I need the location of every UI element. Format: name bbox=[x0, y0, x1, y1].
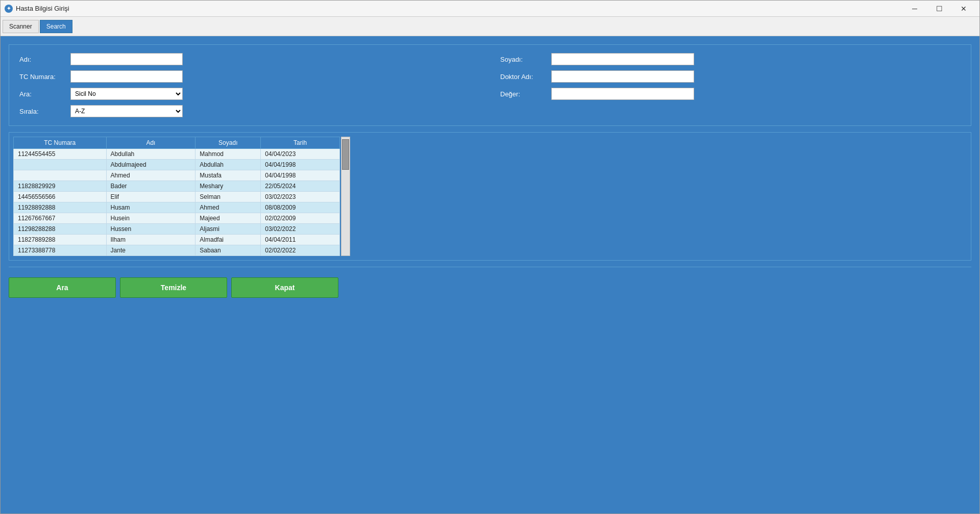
cell-tc: 11273388778 bbox=[14, 245, 107, 256]
cell-tarih: 08/08/2009 bbox=[261, 202, 340, 213]
scanner-button[interactable]: Scanner bbox=[3, 20, 39, 33]
soyadi-row: Soyadı: bbox=[500, 53, 961, 65]
cell-adi: Bader bbox=[106, 181, 195, 192]
cell-tc: 11827889288 bbox=[14, 235, 107, 245]
col-tc-numara: TC Numara bbox=[14, 137, 107, 149]
table-row[interactable]: 11828829929BaderMeshary22/05/2024 bbox=[14, 181, 340, 192]
button-section: Ara Temizle Kapat bbox=[9, 273, 971, 302]
close-button[interactable]: ✕ bbox=[952, 1, 975, 16]
window-icon: ✦ bbox=[5, 5, 13, 13]
title-controls: ─ ☐ ✕ bbox=[903, 1, 975, 16]
cell-tarih: 22/05/2024 bbox=[261, 181, 340, 192]
soyadi-input[interactable] bbox=[551, 53, 694, 65]
ara-row: Ara: Sicil No Ad Soyad TC Numara bbox=[19, 88, 480, 100]
cell-tarih: 02/02/2009 bbox=[261, 213, 340, 224]
sirala-label: Sırala: bbox=[19, 108, 65, 115]
soyadi-label: Soyadı: bbox=[500, 56, 546, 63]
doktor-adi-row: Doktor Adı: bbox=[500, 70, 961, 83]
table-row[interactable]: 11244554455AbdullahMahmod04/04/2023 bbox=[14, 149, 340, 160]
cell-adi: Husam bbox=[106, 202, 195, 213]
adi-input[interactable] bbox=[70, 53, 183, 65]
main-content: Adı: TC Numara: Ara: Sicil No Ad Soyad bbox=[1, 36, 979, 513]
cell-adi: Hussen bbox=[106, 224, 195, 235]
cell-adi: Abdullah bbox=[106, 149, 195, 160]
cell-adi: Ilham bbox=[106, 235, 195, 245]
cell-adi: Elif bbox=[106, 192, 195, 202]
tc-numara-label: TC Numara: bbox=[19, 73, 65, 81]
table-row[interactable]: 11267667667HuseinMajeed02/02/2009 bbox=[14, 213, 340, 224]
cell-soyadi: Mustafa bbox=[195, 170, 261, 181]
tc-numara-row: TC Numara: bbox=[19, 70, 480, 83]
cell-tarih: 04/04/1998 bbox=[261, 160, 340, 170]
table-row[interactable]: 11298288288HussenAljasmi03/02/2022 bbox=[14, 224, 340, 235]
cell-adi: Jante bbox=[106, 245, 195, 256]
cell-soyadi: Mahmod bbox=[195, 149, 261, 160]
col-soyadi: Soyadı bbox=[195, 137, 261, 149]
title-bar: ✦ Hasta Bilgisi Girişi ─ ☐ ✕ bbox=[1, 1, 979, 17]
cell-soyadi: Majeed bbox=[195, 213, 261, 224]
sirala-select[interactable]: A-Z Z-A Tarih bbox=[70, 105, 183, 117]
cell-soyadi: Aljasmi bbox=[195, 224, 261, 235]
form-grid: Adı: TC Numara: Ara: Sicil No Ad Soyad bbox=[19, 53, 961, 117]
section-divider bbox=[9, 267, 971, 267]
cell-tarih: 04/04/2023 bbox=[261, 149, 340, 160]
cell-tc bbox=[14, 170, 107, 181]
cell-adi: Husein bbox=[106, 213, 195, 224]
window-title: Hasta Bilgisi Girişi bbox=[16, 5, 903, 12]
table-scrollbar[interactable] bbox=[341, 137, 350, 256]
maximize-button[interactable]: ☐ bbox=[927, 1, 951, 16]
cell-tc: 11298288288 bbox=[14, 224, 107, 235]
minimize-button[interactable]: ─ bbox=[903, 1, 926, 16]
form-section: Adı: TC Numara: Ara: Sicil No Ad Soyad bbox=[9, 44, 971, 126]
cell-adi: Ahmed bbox=[106, 170, 195, 181]
cell-tarih: 03/02/2022 bbox=[261, 224, 340, 235]
table-section: TC Numara Adı Soyadı Tarih 11244554455Ab… bbox=[9, 132, 971, 261]
temizle-button[interactable]: Temizle bbox=[120, 277, 227, 298]
tc-numara-input[interactable] bbox=[70, 70, 183, 83]
doktor-adi-input[interactable] bbox=[551, 70, 694, 83]
cell-tarih: 04/04/1998 bbox=[261, 170, 340, 181]
data-table: TC Numara Adı Soyadı Tarih 11244554455Ab… bbox=[13, 137, 340, 256]
table-row[interactable]: 11273388778JanteSabaan02/02/2022 bbox=[14, 245, 340, 256]
table-header: TC Numara Adı Soyadı Tarih bbox=[14, 137, 340, 149]
table-wrapper: TC Numara Adı Soyadı Tarih 11244554455Ab… bbox=[13, 137, 340, 256]
deger-label: Değer: bbox=[500, 90, 546, 98]
cell-tc: 14456556566 bbox=[14, 192, 107, 202]
cell-adi: Abdulmajeed bbox=[106, 160, 195, 170]
ara-label: Ara: bbox=[19, 90, 65, 98]
deger-row: Değer: bbox=[500, 88, 961, 100]
table-row[interactable]: AbdulmajeedAbdullah04/04/1998 bbox=[14, 160, 340, 170]
ara-select[interactable]: Sicil No Ad Soyad TC Numara bbox=[70, 88, 183, 100]
cell-tarih: 03/02/2023 bbox=[261, 192, 340, 202]
table-row[interactable]: 11928892888HusamAhmed08/08/2009 bbox=[14, 202, 340, 213]
cell-soyadi: Ahmed bbox=[195, 202, 261, 213]
cell-soyadi: Sabaan bbox=[195, 245, 261, 256]
toolbar: Scanner Search bbox=[1, 17, 979, 36]
cell-soyadi: Almadfai bbox=[195, 235, 261, 245]
deger-input[interactable] bbox=[551, 88, 694, 100]
cell-tc bbox=[14, 160, 107, 170]
adi-row: Adı: bbox=[19, 53, 480, 65]
kapat-button[interactable]: Kapat bbox=[231, 277, 338, 298]
cell-soyadi: Selman bbox=[195, 192, 261, 202]
table-row[interactable]: 11827889288IlhamAlmadfai04/04/2011 bbox=[14, 235, 340, 245]
cell-tc: 11828829929 bbox=[14, 181, 107, 192]
table-body: 11244554455AbdullahMahmod04/04/2023Abdul… bbox=[14, 149, 340, 256]
main-window: ✦ Hasta Bilgisi Girişi ─ ☐ ✕ Scanner Sea… bbox=[0, 0, 980, 514]
cell-tc: 11928892888 bbox=[14, 202, 107, 213]
cell-soyadi: Abdullah bbox=[195, 160, 261, 170]
cell-tc: 11244554455 bbox=[14, 149, 107, 160]
table-row[interactable]: AhmedMustafa04/04/1998 bbox=[14, 170, 340, 181]
table-row[interactable]: 14456556566ElifSelman03/02/2023 bbox=[14, 192, 340, 202]
cell-tc: 11267667667 bbox=[14, 213, 107, 224]
doktor-adi-label: Doktor Adı: bbox=[500, 73, 546, 81]
cell-soyadi: Meshary bbox=[195, 181, 261, 192]
ara-button[interactable]: Ara bbox=[9, 277, 116, 298]
col-tarih: Tarih bbox=[261, 137, 340, 149]
search-button[interactable]: Search bbox=[40, 20, 72, 33]
col-adi: Adı bbox=[106, 137, 195, 149]
scrollbar-thumb[interactable] bbox=[342, 139, 349, 170]
adi-label: Adı: bbox=[19, 56, 65, 63]
sirala-row: Sırala: A-Z Z-A Tarih bbox=[19, 105, 480, 117]
cell-tarih: 02/02/2022 bbox=[261, 245, 340, 256]
